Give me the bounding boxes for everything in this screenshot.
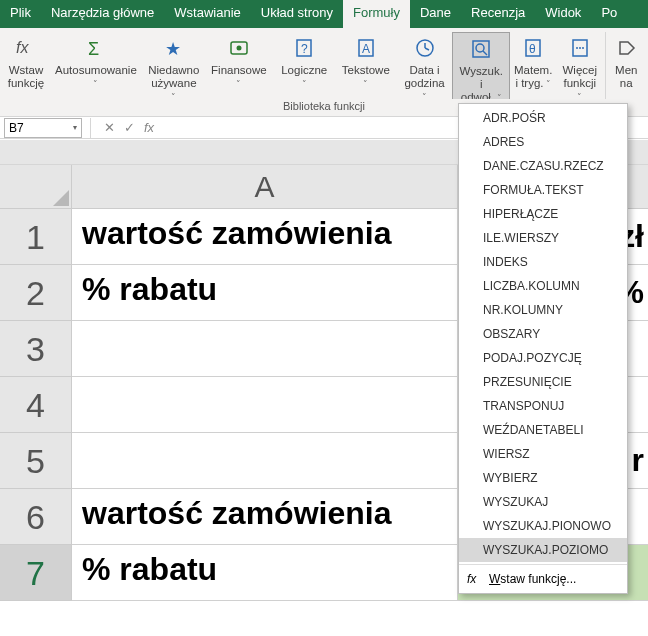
dropdown-item[interactable]: WYSZUKAJ.PIONOWO <box>459 514 627 538</box>
dropdown-item[interactable]: LICZBA.KOLUMN <box>459 274 627 298</box>
search-icon <box>467 35 495 63</box>
tab-wstawianie[interactable]: Wstawianie <box>164 0 250 28</box>
cell-A6[interactable]: wartość zamówienia <box>72 489 458 545</box>
tab-formuly[interactable]: Formuły <box>343 0 410 28</box>
column-header-A[interactable]: A <box>72 165 458 209</box>
dropdown-item[interactable]: OBSZARY <box>459 322 627 346</box>
tab-widok[interactable]: Widok <box>535 0 591 28</box>
svg-text:A: A <box>362 42 370 56</box>
tag-icon <box>612 34 640 62</box>
dropdown-item[interactable]: PRZESUNIĘCIE <box>459 370 627 394</box>
row-header-4[interactable]: 4 <box>0 377 72 433</box>
cell-A2[interactable]: % rabatu <box>72 265 458 321</box>
dropdown-item[interactable]: WIERSZ <box>459 442 627 466</box>
fx-icon: fx <box>12 34 40 62</box>
label: i tryg. <box>515 77 551 90</box>
tab-recenzja[interactable]: Recenzja <box>461 0 535 28</box>
name-box-value: B7 <box>9 121 24 135</box>
cell-A4[interactable] <box>72 377 458 433</box>
svg-text:Σ: Σ <box>88 39 99 58</box>
label: Więcej <box>563 64 598 77</box>
label: Niedawno <box>148 64 199 77</box>
label: funkcji <box>560 77 599 103</box>
tab-narzedzia[interactable]: Narzędzia główne <box>41 0 164 28</box>
label: Wyszuk. i <box>457 65 505 91</box>
accept-formula-button[interactable]: ✓ <box>119 120 139 135</box>
tab-dane[interactable]: Dane <box>410 0 461 28</box>
clock-icon <box>411 34 439 62</box>
datetime-button[interactable]: Data i godzina <box>397 32 452 104</box>
dropdown-item[interactable]: DANE.CZASU.RZECZ <box>459 154 627 178</box>
dropdown-item[interactable]: FORMUŁA.TEKST <box>459 178 627 202</box>
svg-point-13 <box>476 44 484 52</box>
row-header-6[interactable]: 6 <box>0 489 72 545</box>
cell-A5[interactable] <box>72 433 458 489</box>
math-trig-button[interactable]: θ Matem. i tryg. <box>510 32 556 90</box>
label: na <box>620 77 633 90</box>
name-manager-button[interactable]: Men na <box>608 32 644 90</box>
more-icon <box>566 34 594 62</box>
label <box>303 90 306 103</box>
name-box[interactable]: B7 <box>4 118 82 138</box>
dropdown-item[interactable]: ADRES <box>459 130 627 154</box>
dropdown-item[interactable]: WYSZUKAJ.POZIOMO <box>459 538 627 562</box>
dropdown-separator <box>459 564 627 565</box>
question-icon: ? <box>290 34 318 62</box>
dropdown-item[interactable]: HIPERŁĄCZE <box>459 202 627 226</box>
tab-plik[interactable]: Plik <box>0 0 41 28</box>
label: funkcję <box>8 77 44 90</box>
dropdown-item[interactable]: WYSZUKAJ <box>459 490 627 514</box>
label <box>94 90 97 103</box>
label: Wstaw <box>9 64 44 77</box>
text-icon: A <box>352 34 380 62</box>
lookup-ref-button[interactable]: Wyszuk. i odwoł. <box>452 32 510 106</box>
row-header-7[interactable]: 7 <box>0 545 72 601</box>
text-button[interactable]: A Tekstowe <box>335 32 398 104</box>
svg-point-19 <box>579 47 581 49</box>
select-all-corner[interactable] <box>0 165 72 209</box>
dropdown-item[interactable]: TRANSPONUJ <box>459 394 627 418</box>
sigma-icon: Σ <box>82 34 110 62</box>
label: Tekstowe <box>339 64 394 90</box>
dropdown-item[interactable]: WEŹDANETABELI <box>459 418 627 442</box>
svg-text:fx: fx <box>16 39 29 56</box>
financial-button[interactable]: Finansowe <box>204 32 274 104</box>
row-header-3[interactable]: 3 <box>0 321 72 377</box>
row-header-1[interactable]: 1 <box>0 209 72 265</box>
financial-icon <box>225 34 253 62</box>
dropdown-item[interactable]: NR.KOLUMNY <box>459 298 627 322</box>
more-functions-button[interactable]: Więcej funkcji <box>556 32 603 104</box>
insert-function-button[interactable]: fx Wstaw funkcję <box>4 32 48 90</box>
cell-A7[interactable]: % rabatu <box>72 545 458 601</box>
corner-triangle-icon <box>53 190 69 206</box>
dropdown-item[interactable]: ADR.POŚR <box>459 106 627 130</box>
dropdown-item[interactable]: PODAJ.POZYCJĘ <box>459 346 627 370</box>
label: Men <box>615 64 637 77</box>
row-header-2[interactable]: 2 <box>0 265 72 321</box>
label: Finansowe <box>208 64 270 90</box>
tab-po[interactable]: Po <box>591 0 627 28</box>
theta-icon: θ <box>519 34 547 62</box>
fx-button[interactable]: fx <box>139 120 159 135</box>
svg-point-20 <box>582 47 584 49</box>
label: Logiczne <box>278 64 331 90</box>
autosum-button[interactable]: Σ Autosumowanie <box>48 32 144 104</box>
dropdown-item[interactable]: WYBIERZ <box>459 466 627 490</box>
lookup-functions-dropdown: ADR.POŚRADRESDANE.CZASU.RZECZFORMUŁA.TEK… <box>458 103 628 594</box>
insert-function-menu-item[interactable]: fx Wstaw funkcję... <box>459 567 627 591</box>
dropdown-item[interactable]: ILE.WIERSZY <box>459 226 627 250</box>
cell-A1[interactable]: wartość zamówienia <box>72 209 458 265</box>
dropdown-item[interactable]: INDEKS <box>459 250 627 274</box>
svg-text:★: ★ <box>165 39 181 58</box>
cell-A3[interactable] <box>72 321 458 377</box>
tab-uklad[interactable]: Układ strony <box>251 0 343 28</box>
insert-function-label: Wstaw funkcję... <box>489 572 576 586</box>
label: Matem. <box>514 64 552 77</box>
cancel-formula-button[interactable]: ✕ <box>99 120 119 135</box>
menu-tabs: Plik Narzędzia główne Wstawianie Układ s… <box>0 0 648 28</box>
fx-icon: fx <box>467 572 483 586</box>
row-header-5[interactable]: 5 <box>0 433 72 489</box>
logical-button[interactable]: ? Logiczne <box>274 32 335 104</box>
svg-line-11 <box>425 48 429 50</box>
recent-button[interactable]: ★ Niedawno używane <box>144 32 204 104</box>
